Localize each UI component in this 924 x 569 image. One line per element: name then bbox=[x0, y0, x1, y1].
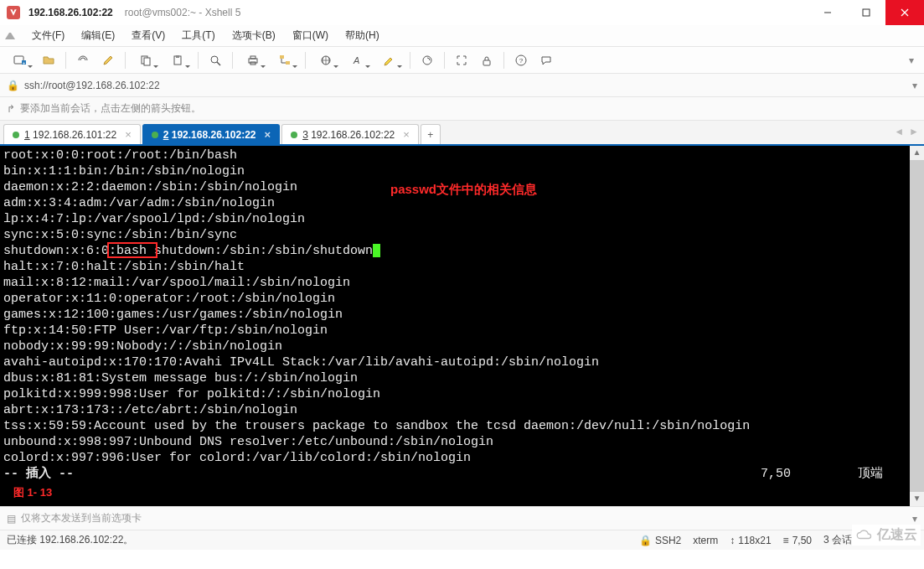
window-title-sub: root@vms002:~ - Xshell 5 bbox=[125, 7, 241, 18]
cursor-icon: ≡ bbox=[783, 535, 789, 546]
input-placeholder: 仅将文本发送到当前选项卡 bbox=[21, 511, 142, 525]
window-controls bbox=[808, 0, 924, 25]
status-term-type: xterm bbox=[693, 535, 718, 546]
new-session-icon[interactable]: + bbox=[5, 49, 35, 71]
close-button[interactable] bbox=[885, 0, 924, 25]
tab-close-icon[interactable]: × bbox=[403, 128, 410, 141]
scroll-thumb[interactable] bbox=[910, 160, 924, 492]
maximize-button[interactable] bbox=[847, 0, 885, 25]
address-bar[interactable]: 🔒 ssh://root@192.168.26.102:22 ▾ bbox=[0, 74, 924, 97]
refresh-icon[interactable] bbox=[416, 49, 439, 71]
minimize-button[interactable] bbox=[808, 0, 847, 25]
status-protocol: 🔒SSH2 bbox=[639, 535, 681, 546]
status-cursor: ≡7,50 bbox=[783, 535, 812, 546]
lock-tiny-icon: 🔒 bbox=[639, 535, 652, 546]
terminal-scrollbar[interactable]: ▴ ▾ bbox=[910, 146, 924, 506]
menu-file[interactable]: 文件(F) bbox=[23, 25, 73, 46]
paste-icon[interactable] bbox=[163, 49, 193, 71]
status-bar: 已连接 192.168.26.102:22。 🔒SSH2 xterm ↕118x… bbox=[0, 530, 924, 550]
status-size: ↕118x21 bbox=[730, 535, 771, 546]
input-target-icon[interactable]: ▤ bbox=[7, 513, 16, 525]
toolbar-overflow-icon[interactable]: ▾ bbox=[909, 54, 914, 66]
tab-nav: ◄ ► bbox=[894, 126, 919, 137]
terminal-line-highlight-post: shutdown:/sbin:/sbin/shutdown bbox=[154, 244, 373, 258]
terminal-lines-post: halt:x:7:0:halt:/sbin:/sbin/halt mail:x:… bbox=[3, 260, 750, 465]
help-icon[interactable]: ? bbox=[509, 49, 533, 71]
svg-rect-1 bbox=[863, 9, 870, 16]
app-icon bbox=[7, 6, 20, 19]
status-dot-icon bbox=[152, 132, 158, 138]
terminal-scroll-label: 顶端 bbox=[858, 467, 883, 481]
terminal-mode: -- 插入 -- bbox=[3, 467, 74, 481]
tab-label: 192.168.26.101:22 bbox=[33, 129, 116, 141]
terminal-annotation: passwd文件中的相关信息 bbox=[390, 181, 537, 197]
scroll-up-icon[interactable]: ▴ bbox=[910, 146, 924, 160]
terminal[interactable]: root:x:0:0:root:/root:/bin/bash bin:x:1:… bbox=[0, 146, 924, 506]
tab-index: 1 bbox=[24, 129, 30, 141]
tab-label: 192.168.26.102:22 bbox=[311, 129, 395, 141]
copy-icon[interactable] bbox=[131, 49, 161, 71]
tab-3[interactable]: 3 192.168.26.102:22 × bbox=[281, 124, 419, 144]
svg-text:?: ? bbox=[519, 57, 524, 65]
font-icon[interactable]: A bbox=[343, 49, 373, 71]
print-icon[interactable] bbox=[238, 49, 268, 71]
svg-rect-8 bbox=[144, 58, 150, 65]
terminal-highlight-word: :bash bbox=[109, 244, 154, 258]
menu-tabs[interactable]: 选项卡(B) bbox=[224, 25, 284, 46]
input-dropdown-icon[interactable]: ▾ bbox=[912, 513, 917, 525]
tab-index: 2 bbox=[163, 129, 169, 141]
tab-bar: 1 192.168.26.101:22 × 2 192.168.26.102:2… bbox=[0, 121, 924, 146]
tab-1[interactable]: 1 192.168.26.101:22 × bbox=[3, 124, 141, 144]
edit-icon[interactable] bbox=[96, 49, 120, 71]
link-icon[interactable] bbox=[71, 49, 95, 71]
hint-arrow-icon[interactable]: ↱ bbox=[7, 103, 15, 115]
tab-prev-icon[interactable]: ◄ bbox=[894, 126, 904, 137]
menu-edit[interactable]: 编辑(E) bbox=[73, 25, 123, 46]
lock-small-icon: 🔒 bbox=[7, 80, 19, 91]
tab-index: 3 bbox=[302, 129, 308, 141]
lock-icon[interactable] bbox=[475, 49, 498, 71]
menu-window[interactable]: 窗口(W) bbox=[284, 25, 337, 46]
fullscreen-icon[interactable] bbox=[450, 49, 473, 71]
svg-rect-21 bbox=[483, 60, 490, 65]
menu-help[interactable]: 帮助(H) bbox=[337, 25, 388, 46]
terminal-cursor bbox=[373, 244, 380, 257]
terminal-line-highlight-pre: shutdown:x:6:0 bbox=[3, 244, 109, 258]
status-dot-icon bbox=[291, 132, 297, 138]
scroll-down-icon[interactable]: ▾ bbox=[910, 492, 924, 506]
chat-icon[interactable] bbox=[534, 49, 558, 71]
svg-rect-10 bbox=[176, 55, 179, 58]
globe-icon[interactable] bbox=[311, 49, 341, 71]
tab-add-button[interactable]: + bbox=[421, 124, 441, 144]
watermark-text: 亿速云 bbox=[877, 526, 917, 544]
tab-close-icon[interactable]: × bbox=[265, 128, 271, 141]
size-icon: ↕ bbox=[730, 535, 735, 546]
highlight-icon[interactable] bbox=[374, 49, 405, 71]
window-titlebar: 192.168.26.102:22 root@vms002:~ - Xshell… bbox=[0, 0, 924, 25]
svg-text:+: + bbox=[23, 59, 26, 65]
command-input-bar[interactable]: ▤ 仅将文本发送到当前选项卡 ▾ bbox=[0, 506, 924, 530]
system-menu-icon[interactable] bbox=[5, 31, 15, 41]
tab-close-icon[interactable]: × bbox=[125, 128, 132, 141]
watermark: 亿速云 bbox=[852, 525, 921, 546]
tab-next-icon[interactable]: ► bbox=[909, 126, 919, 137]
terminal-figure-label: 图 1- 13 bbox=[13, 484, 52, 500]
search-icon[interactable] bbox=[204, 49, 227, 71]
tab-2[interactable]: 2 192.168.26.102:22 × bbox=[142, 124, 280, 144]
menu-tools[interactable]: 工具(T) bbox=[173, 25, 223, 46]
menubar: 文件(F) 编辑(E) 查看(V) 工具(T) 选项卡(B) 窗口(W) 帮助(… bbox=[0, 25, 924, 47]
status-dot-icon bbox=[13, 132, 19, 138]
hint-text: 要添加当前会话，点击左侧的箭头按钮。 bbox=[20, 101, 201, 116]
folder-tree-icon[interactable] bbox=[270, 49, 300, 71]
tab-label: 192.168.26.102:22 bbox=[172, 129, 256, 141]
svg-rect-17 bbox=[286, 61, 290, 65]
svg-text:A: A bbox=[353, 55, 359, 65]
terminal-position-text: 7,50 bbox=[761, 467, 791, 481]
menu-view[interactable]: 查看(V) bbox=[123, 25, 173, 46]
svg-line-12 bbox=[217, 62, 220, 65]
open-icon[interactable] bbox=[37, 49, 60, 71]
svg-point-11 bbox=[211, 56, 218, 63]
status-sessions: 3 会话 bbox=[823, 533, 852, 547]
address-dropdown-icon[interactable]: ▾ bbox=[912, 80, 917, 91]
address-text: ssh://root@192.168.26.102:22 bbox=[24, 80, 160, 91]
